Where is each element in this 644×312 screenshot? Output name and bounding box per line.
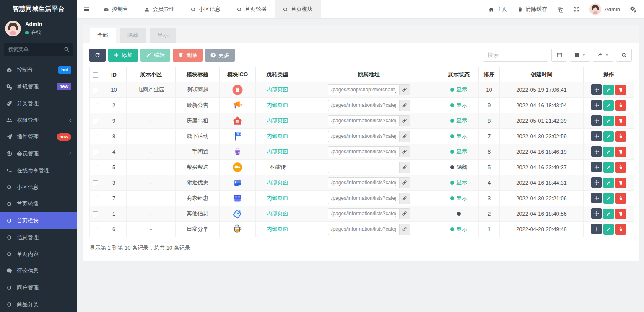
fullscreen-icon[interactable]: [574, 6, 579, 12]
sidebar-search-input[interactable]: [4, 43, 73, 56]
drag-sort-button[interactable]: [591, 146, 602, 157]
add-button[interactable]: 添加: [108, 49, 138, 62]
gears-icon[interactable]: [630, 6, 636, 13]
drag-sort-button[interactable]: [591, 224, 602, 234]
drag-sort-button[interactable]: [591, 193, 602, 203]
drag-sort-button[interactable]: [591, 208, 602, 219]
delete-row-button[interactable]: [615, 100, 626, 111]
row-checkbox[interactable]: [93, 180, 98, 186]
nav-tab-3[interactable]: 小区信息: [182, 0, 229, 18]
filter-tab-1[interactable]: 全部: [90, 28, 116, 43]
delete-row-button[interactable]: [615, 193, 626, 204]
link-icon[interactable]: [399, 131, 410, 142]
delete-row-button[interactable]: [615, 131, 626, 142]
sidebar-item-12[interactable]: 单页内容: [0, 246, 77, 263]
delete-row-button[interactable]: [615, 85, 626, 95]
filter-tab-2[interactable]: 隐藏: [120, 28, 146, 43]
jump-url-input[interactable]: [328, 100, 399, 111]
row-checkbox[interactable]: [93, 211, 98, 217]
edit-row-button[interactable]: [603, 85, 614, 95]
jump-url-input[interactable]: [328, 208, 399, 219]
clear-cache-link[interactable]: 清除缓存: [517, 5, 547, 13]
sidebar-item-3[interactable]: 分类管理: [0, 95, 77, 112]
sidebar-item-11[interactable]: 信息管理: [0, 229, 77, 246]
sidebar-item-8[interactable]: 小区信息: [0, 179, 77, 196]
row-checkbox[interactable]: [93, 134, 98, 139]
jump-url-input[interactable]: [328, 115, 399, 126]
edit-row-button[interactable]: [603, 147, 614, 157]
sidebar-item-1[interactable]: 控制台hot: [0, 62, 77, 78]
row-checkbox[interactable]: [93, 165, 98, 170]
row-checkbox[interactable]: [93, 103, 98, 108]
link-icon[interactable]: [399, 84, 410, 95]
home-link[interactable]: 主页: [488, 5, 507, 13]
menu-toggle-icon[interactable]: [77, 0, 96, 18]
link-icon[interactable]: [399, 115, 410, 126]
sidebar-item-10[interactable]: 首页模块: [0, 212, 77, 229]
delete-row-button[interactable]: [615, 147, 626, 157]
link-icon[interactable]: [399, 162, 410, 173]
row-checkbox[interactable]: [93, 227, 98, 232]
refresh-button[interactable]: [89, 49, 106, 62]
row-checkbox[interactable]: [93, 119, 98, 124]
drag-sort-button[interactable]: [591, 131, 602, 141]
table-search-input[interactable]: [483, 49, 548, 62]
jump-url-input[interactable]: [328, 224, 399, 235]
translate-icon[interactable]: [557, 6, 564, 13]
jump-url-input[interactable]: [328, 193, 399, 204]
row-checkbox[interactable]: [93, 150, 98, 155]
row-checkbox[interactable]: [93, 196, 98, 201]
edit-row-button[interactable]: [603, 162, 614, 173]
jump-url-input[interactable]: [328, 177, 399, 188]
drag-sort-button[interactable]: [591, 115, 602, 126]
edit-row-button[interactable]: [603, 178, 614, 188]
drag-sort-button[interactable]: [591, 177, 602, 188]
nav-tab-2[interactable]: 会员管理: [136, 0, 182, 18]
sidebar-item-5[interactable]: 插件管理new: [0, 129, 77, 145]
link-icon[interactable]: [399, 224, 410, 235]
toggle-view-button[interactable]: [551, 49, 567, 62]
nav-tab-1[interactable]: 控制台: [96, 0, 136, 18]
edit-row-button[interactable]: [603, 116, 614, 126]
drag-sort-button[interactable]: [591, 100, 602, 110]
edit-button[interactable]: 编辑: [140, 49, 170, 62]
link-icon[interactable]: [399, 146, 410, 157]
jump-url-input[interactable]: [328, 131, 399, 142]
more-button[interactable]: 更多: [205, 49, 235, 62]
user-menu[interactable]: Admin: [589, 3, 620, 15]
sidebar-item-7[interactable]: 在线命令管理: [0, 162, 77, 179]
sidebar-item-4[interactable]: 权限管理‹: [0, 112, 77, 129]
delete-row-button[interactable]: [615, 209, 626, 219]
nav-tab-5[interactable]: 首页模块: [275, 0, 321, 18]
edit-row-button[interactable]: [603, 209, 614, 219]
drag-sort-button[interactable]: [591, 162, 602, 172]
sidebar-item-13[interactable]: 评论信息: [0, 263, 77, 279]
delete-row-button[interactable]: [615, 116, 626, 126]
select-all-checkbox[interactable]: [93, 72, 98, 78]
jump-url-input[interactable]: [328, 146, 399, 157]
delete-row-button[interactable]: [615, 224, 626, 235]
edit-row-button[interactable]: [603, 100, 614, 111]
jump-url-input[interactable]: [328, 162, 399, 173]
sidebar-item-2[interactable]: 常规管理new: [0, 78, 77, 95]
jump-url-input[interactable]: [328, 84, 399, 95]
delete-row-button[interactable]: [615, 162, 626, 173]
link-icon[interactable]: [399, 193, 410, 204]
sidebar-item-14[interactable]: 商户管理: [0, 279, 77, 296]
link-icon[interactable]: [399, 208, 410, 219]
delete-button[interactable]: 删除: [173, 49, 203, 62]
link-icon[interactable]: [399, 177, 410, 188]
filter-tab-3[interactable]: 显示: [150, 28, 176, 43]
nav-tab-4[interactable]: 首页轮播: [229, 0, 275, 18]
search-submit-button[interactable]: [616, 49, 632, 62]
columns-button[interactable]: [570, 49, 590, 62]
sidebar-item-6[interactable]: 会员管理‹: [0, 145, 77, 162]
drag-sort-button[interactable]: [591, 84, 602, 95]
row-checkbox[interactable]: [93, 88, 98, 93]
edit-row-button[interactable]: [603, 193, 614, 204]
edit-row-button[interactable]: [603, 224, 614, 235]
edit-row-button[interactable]: [603, 131, 614, 142]
sidebar-item-9[interactable]: 首页轮播: [0, 196, 77, 212]
sidebar-item-15[interactable]: 商品分类: [0, 296, 77, 312]
link-icon[interactable]: [399, 100, 410, 111]
